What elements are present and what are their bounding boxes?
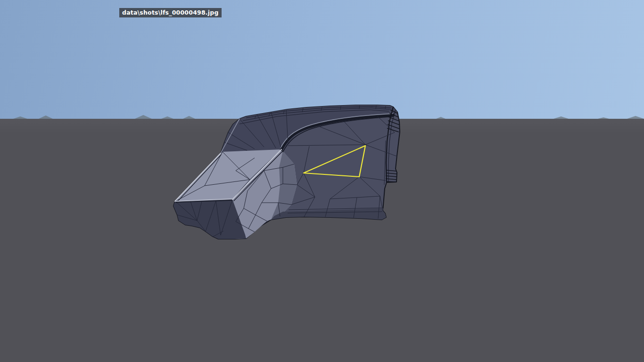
horizon-bump	[161, 116, 173, 119]
horizon-bump	[598, 117, 609, 119]
horizon-bump	[436, 117, 446, 119]
mesh-viewport[interactable]	[0, 0, 644, 362]
horizon-bump	[553, 116, 569, 119]
mesh-viewer-window: data\shots\lfs_00000498.jpg	[0, 0, 644, 362]
horizon-bump	[13, 116, 27, 119]
image-path-label: data\shots\lfs_00000498.jpg	[119, 8, 222, 17]
horizon-bump	[39, 115, 53, 119]
rib-slat-edge	[386, 181, 396, 182]
horizon-bump	[627, 116, 644, 119]
horizon-bump	[135, 115, 152, 119]
horizon-bump	[183, 116, 195, 119]
